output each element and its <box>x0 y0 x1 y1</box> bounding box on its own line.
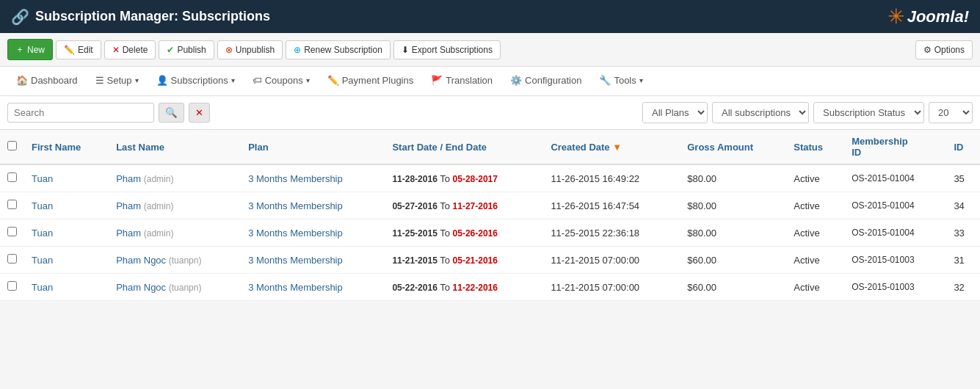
subscriptions-table-wrap: First Name Last Name Plan Start Date / E… <box>0 130 980 301</box>
plus-icon: ＋ <box>15 43 24 56</box>
nav-subscriptions-label: Subscriptions <box>171 75 228 86</box>
home-icon: 🏠 <box>16 75 28 86</box>
first-name-link[interactable]: Tuan <box>32 282 53 293</box>
last-name-link[interactable]: Pham Ngoc <box>116 282 166 293</box>
nav-setup[interactable]: ☰ Setup ▾ <box>87 67 148 95</box>
plan-link[interactable]: 3 Months Membership <box>248 228 343 239</box>
export-button[interactable]: ⬇ Export Subscriptions <box>393 40 501 59</box>
last-name-link[interactable]: Pham <box>116 173 141 184</box>
renew-button[interactable]: ⊕ Renew Subscription <box>286 40 391 59</box>
nav-payment-plugins[interactable]: ✏️ Payment Plugins <box>319 67 423 95</box>
col-last-name: Last Name <box>109 130 241 164</box>
cell-id: 34 <box>946 192 980 219</box>
row-checkbox[interactable] <box>7 172 17 182</box>
end-date: 11-22-2016 <box>453 283 498 293</box>
nav-tools[interactable]: 🔧 Tools ▾ <box>590 67 651 95</box>
nav-dashboard[interactable]: 🏠 Dashboard <box>7 67 87 95</box>
row-checkbox-cell <box>0 219 24 247</box>
wrench-icon: 🔧 <box>599 75 611 86</box>
col-id: ID <box>946 130 980 164</box>
row-checkbox[interactable] <box>7 227 17 236</box>
per-page-filter[interactable]: 20 5 10 15 50 100 <box>929 102 973 123</box>
nav-tools-label: Tools <box>614 75 636 86</box>
last-name-link[interactable]: Pham <box>116 200 141 211</box>
clear-icon: ✕ <box>195 107 203 118</box>
nav-coupons-label: Coupons <box>265 75 303 86</box>
cell-last-name: Pham Ngoc (tuanpn) <box>109 247 241 274</box>
plan-link[interactable]: 3 Months Membership <box>248 255 343 266</box>
cell-plan: 3 Months Membership <box>241 247 385 274</box>
new-label: New <box>27 45 45 55</box>
unpublish-button[interactable]: ⊗ Unpublish <box>217 40 283 59</box>
row-checkbox-cell <box>0 274 24 301</box>
new-button[interactable]: ＋ New <box>7 39 53 60</box>
renew-label: Renew Subscription <box>304 45 382 55</box>
plan-link[interactable]: 3 Months Membership <box>248 173 343 184</box>
plans-filter[interactable]: All Plans <box>642 102 708 123</box>
search-input[interactable] <box>7 103 154 123</box>
cell-plan: 3 Months Membership <box>241 274 385 301</box>
col-created-date[interactable]: Created Date ▼ <box>543 130 680 164</box>
status-filter[interactable]: Subscription Status Active Inactive Expi… <box>813 102 924 123</box>
date-to-label: To <box>440 282 452 293</box>
cell-last-name: Pham (admin) <box>109 164 241 192</box>
row-checkbox[interactable] <box>7 281 17 291</box>
user-label: (admin) <box>144 228 174 239</box>
end-date: 05-26-2016 <box>453 228 498 239</box>
end-date: 05-21-2016 <box>453 255 498 266</box>
cell-membership-id: OS-2015-01004 <box>844 164 946 192</box>
plan-link[interactable]: 3 Months Membership <box>248 200 343 211</box>
table-row: Tuan Pham (admin) 3 Months Membership 05… <box>0 192 980 219</box>
select-all-checkbox[interactable] <box>7 141 17 150</box>
first-name-link[interactable]: Tuan <box>32 228 53 239</box>
plan-link[interactable]: 3 Months Membership <box>248 282 343 293</box>
row-checkbox-cell <box>0 247 24 274</box>
last-name-link[interactable]: Pham <box>116 228 141 239</box>
col-plan: Plan <box>241 130 385 164</box>
end-date: 05-28-2017 <box>453 174 498 184</box>
cell-plan: 3 Months Membership <box>241 219 385 247</box>
cell-first-name: Tuan <box>24 274 109 301</box>
last-name-link[interactable]: Pham Ngoc <box>116 255 166 266</box>
joomla-star-icon: ✳ <box>888 4 904 29</box>
export-icon: ⬇ <box>402 45 409 55</box>
row-checkbox[interactable] <box>7 254 17 263</box>
edit-icon: ✏️ <box>64 45 75 55</box>
sort-icon: ▼ <box>612 142 622 153</box>
publish-icon: ✔ <box>167 45 174 55</box>
delete-button[interactable]: ✕ Delete <box>104 40 156 59</box>
nav-coupons[interactable]: 🏷 Coupons ▾ <box>244 67 319 95</box>
nav-translation[interactable]: 🚩 Translation <box>422 67 501 95</box>
date-to-label: To <box>440 255 452 266</box>
cell-status: Active <box>786 274 844 301</box>
cell-status: Active <box>786 192 844 219</box>
config-icon: ⚙️ <box>510 75 522 86</box>
unpublish-icon: ⊗ <box>225 45 233 55</box>
first-name-link[interactable]: Tuan <box>32 200 53 211</box>
status-badge: Active <box>794 255 819 266</box>
cell-status: Active <box>786 219 844 247</box>
payment-icon: ✏️ <box>327 75 339 86</box>
nav-configuration[interactable]: ⚙️ Configuration <box>501 67 590 95</box>
publish-button[interactable]: ✔ Publish <box>159 40 214 59</box>
options-button[interactable]: ⚙ Options <box>915 40 973 59</box>
joomla-text: Joomla! <box>907 7 969 26</box>
col-membership-id: MembershipID <box>844 130 946 164</box>
user-icon: 👤 <box>156 75 168 86</box>
row-checkbox[interactable] <box>7 200 17 209</box>
nav-dashboard-label: Dashboard <box>31 75 78 86</box>
joomla-logo: ✳ Joomla! <box>888 4 969 29</box>
first-name-link[interactable]: Tuan <box>32 255 53 266</box>
clear-search-button[interactable]: ✕ <box>189 103 210 123</box>
date-to-label: To <box>440 173 452 184</box>
cell-id: 32 <box>946 274 980 301</box>
nav-setup-label: Setup <box>107 75 132 86</box>
first-name-link[interactable]: Tuan <box>32 173 53 184</box>
search-button[interactable]: 🔍 <box>159 103 184 123</box>
cell-membership-id: OS-2015-01003 <box>844 247 946 274</box>
nav-subscriptions[interactable]: 👤 Subscriptions ▾ <box>148 67 244 95</box>
cell-gross-amount: $80.00 <box>680 164 786 192</box>
edit-button[interactable]: ✏️ Edit <box>56 40 101 59</box>
subscriptions-filter[interactable]: All subscriptions <box>712 102 809 123</box>
row-checkbox-cell <box>0 164 24 192</box>
